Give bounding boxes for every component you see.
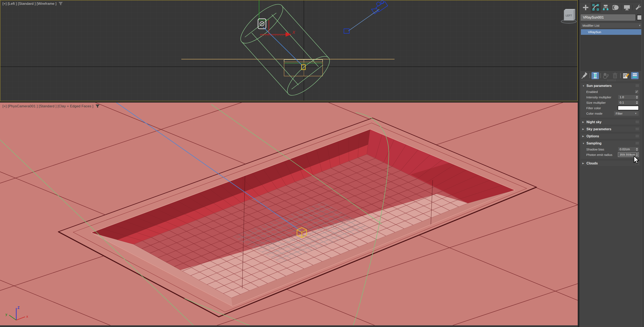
viewport-physcamera-clay[interactable]: Z x y [+] [PhysCamera001 ] [Standard ] [… — [0, 102, 578, 325]
modifier-list-label: Modifier List — [582, 24, 600, 27]
param-row-photon-emit-radius: Photon emit radius359.559cm — [582, 152, 639, 157]
rollout-sky-parameters: ▶Sky parameters — [580, 126, 641, 132]
display-monitor-icon — [624, 4, 630, 11]
remove-modifier-button[interactable] — [611, 72, 619, 79]
param-row-color-mode: Color modeFilter▼ — [582, 111, 639, 116]
rollout-sampling: ▼SamplingShadow bias0.02cmPhoton emit ra… — [580, 140, 641, 159]
param-label: Enabled — [582, 90, 634, 94]
tab-separator — [632, 5, 633, 10]
rollout-grip-dots[interactable] — [636, 128, 639, 130]
make-unique-icon — [603, 72, 609, 79]
gizmo-x-axis-label: X — [292, 30, 295, 34]
chevron-down-icon: ▼ — [638, 24, 641, 27]
viewcube-face-label: LEFT — [566, 14, 572, 17]
rollout-grip-dots[interactable] — [636, 84, 639, 87]
rollout-title: Sampling — [586, 142, 636, 145]
show-end-result-button[interactable] — [592, 72, 599, 79]
param-row-size-multiplier: Size multiplier0.1 — [582, 100, 639, 105]
divider-grip-dots[interactable] — [607, 80, 616, 81]
tab-create[interactable] — [581, 2, 591, 13]
rollout-header-night-sky[interactable]: ▶Night sky — [580, 119, 640, 125]
viewport-label-text[interactable]: [+] [Left ] [Standard ] [Wireframe ] — [2, 2, 56, 6]
rollout-header-options[interactable]: ▶Options — [580, 134, 640, 139]
stack-item-vraysun[interactable]: VRaySun — [581, 29, 642, 35]
modify-bezier-icon — [592, 4, 599, 11]
rollout-area-divider[interactable] — [581, 80, 642, 82]
rollout-sun-parameters: ▼Sun parametersEnabled✓Intensity multipl… — [580, 83, 641, 118]
color-mode-dropdown[interactable]: Filter▼ — [614, 111, 639, 116]
rollout-grip-dots[interactable] — [636, 135, 639, 138]
application-window: X — [0, 0, 644, 327]
modifier-list-dropdown[interactable]: Modifier List ▼ — [581, 23, 643, 28]
param-label: Intensity multiplier — [582, 96, 618, 99]
rollout-title: Options — [586, 134, 636, 138]
rollout-clouds: ▶Clouds — [580, 160, 641, 166]
axis-z-label: Z — [18, 306, 20, 310]
rollout-arrow-icon: ▶ — [582, 128, 586, 130]
viewport-label-top[interactable]: [+] [Left ] [Standard ] [Wireframe ] — [2, 2, 63, 6]
rollout-title: Sky parameters — [586, 127, 636, 131]
intensity-multiplier-spinner[interactable]: 1.0 — [618, 95, 639, 100]
param-row-intensity-multiplier: Intensity multiplier1.0 — [582, 94, 639, 100]
axis-y-label: y — [6, 312, 7, 316]
enabled-checkbox[interactable]: ✓ — [634, 90, 639, 94]
panel-scroll-strip[interactable] — [641, 0, 644, 327]
filter-color-swatch[interactable] — [618, 106, 639, 110]
configure-modifier-sets-button[interactable] — [622, 72, 630, 79]
object-name-row: VRaySun001 — [580, 13, 644, 22]
modifier-stack-toolbar — [580, 71, 644, 80]
filter-funnel-icon[interactable] — [58, 2, 63, 6]
rollout-arrow-icon: ▼ — [582, 142, 586, 145]
rollout-night-sky: ▶Night sky — [580, 119, 641, 125]
viewport-label-bottom[interactable]: [+] [PhysCamera001 ] [Standard ] [Clay +… — [2, 104, 100, 108]
rollout-arrow-icon: ▶ — [582, 162, 586, 165]
lists-icon — [632, 73, 637, 78]
spinner-arrows-icon[interactable] — [635, 100, 638, 104]
viewport-left-wireframe[interactable]: X — [0, 0, 578, 101]
rollout-header-sampling[interactable]: ▼Sampling — [580, 140, 640, 146]
grid — [0, 0, 578, 101]
chevron-down-icon: ▼ — [634, 112, 637, 115]
pin-stack-icon[interactable] — [581, 72, 588, 79]
make-unique-button[interactable] — [602, 72, 610, 79]
object-name-field[interactable]: VRaySun001 — [581, 14, 635, 21]
shadow-bias-spinner[interactable]: 0.02cm — [618, 147, 639, 152]
tab-display[interactable] — [622, 2, 632, 13]
axis-x-label: x — [26, 315, 28, 318]
param-label: Color mode — [582, 112, 614, 115]
modifier-stack[interactable]: VRaySun — [581, 29, 643, 71]
toolbar-separator — [600, 73, 601, 78]
rollout-title: Clouds — [586, 162, 636, 165]
size-multiplier-spinner[interactable]: 0.1 — [618, 100, 639, 105]
rollout-arrow-icon: ▶ — [582, 121, 586, 124]
panel-drag-grip[interactable] — [580, 0, 644, 2]
param-row-shadow-bias: Shadow bias0.02cm — [582, 146, 639, 152]
spinner-arrows-icon[interactable] — [635, 147, 638, 151]
modifier-lists-button[interactable] — [631, 72, 638, 79]
tab-motion[interactable] — [611, 2, 621, 13]
rollout-arrow-icon: ▼ — [582, 84, 586, 87]
filter-funnel-icon[interactable] — [96, 104, 100, 108]
tab-separator — [621, 5, 622, 10]
panel-splitter[interactable] — [578, 0, 580, 327]
rollout-header-clouds[interactable]: ▶Clouds — [580, 160, 640, 166]
create-plus-icon — [582, 4, 589, 11]
rollout-header-sky-parameters[interactable]: ▶Sky parameters — [580, 126, 640, 132]
rollout-title: Night sky — [586, 120, 636, 124]
tab-modify[interactable] — [591, 2, 601, 13]
spinner-arrows-icon[interactable] — [635, 95, 638, 99]
viewport-label-text[interactable]: [+] [PhysCamera001 ] [Standard ] [Clay +… — [2, 104, 93, 108]
bottom-edge — [0, 325, 578, 327]
hierarchy-icon — [602, 4, 609, 11]
viewport-splitter[interactable] — [0, 101, 578, 102]
rollout-header-sun-parameters[interactable]: ▼Sun parameters — [580, 83, 640, 88]
toolbar-separator — [590, 73, 590, 78]
tab-hierarchy[interactable] — [601, 2, 611, 13]
rollout-grip-dots[interactable] — [636, 121, 639, 124]
trash-icon — [612, 72, 618, 79]
rollout-grip-dots[interactable] — [636, 142, 639, 145]
rollouts-container: ▼Sun parametersEnabled✓Intensity multipl… — [580, 82, 644, 166]
rollout-arrow-icon: ▶ — [582, 135, 586, 138]
param-label: Size multiplier — [582, 101, 618, 104]
param-row-enabled: Enabled✓ — [582, 89, 639, 94]
